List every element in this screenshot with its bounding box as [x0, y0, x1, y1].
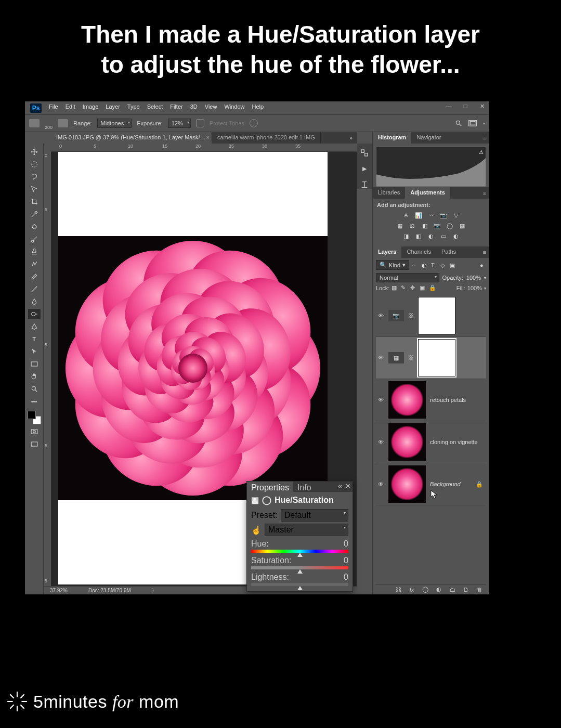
hue-value[interactable]: 0 — [344, 539, 348, 549]
lock-artboard-icon[interactable]: ▣ — [420, 284, 427, 292]
visibility-icon[interactable]: 👁 — [377, 439, 384, 445]
layer-row[interactable]: 👁 cloning on vignette — [376, 421, 486, 463]
filter-pixel-icon[interactable]: ▫ — [412, 262, 419, 268]
adj-levels-icon[interactable]: 📊 — [414, 211, 423, 219]
adj-colorbalance-icon[interactable]: ⚖ — [408, 222, 416, 230]
crop-tool-icon[interactable] — [28, 197, 41, 207]
doc-tab-inactive[interactable]: camellia warm iphone 2020 edit 1 IMG — [212, 132, 321, 144]
lock-all-icon[interactable]: 🔒 — [429, 284, 436, 292]
saturation-slider[interactable] — [251, 566, 348, 569]
adj-exposure-icon[interactable]: 📷 — [439, 211, 448, 219]
tab-adjustments[interactable]: Adjustments — [405, 187, 450, 199]
filter-kind-dropdown[interactable]: 🔍 Kind ▾ — [376, 260, 409, 270]
tabs-overflow-icon[interactable]: » — [345, 132, 357, 144]
tab-navigator[interactable]: Navigator — [411, 132, 446, 144]
zoom-tool-icon[interactable] — [28, 384, 41, 394]
new-group-icon[interactable]: 🗀 — [449, 587, 456, 593]
adj-invert-icon[interactable]: ◨ — [402, 232, 410, 240]
adj-huesat-icon[interactable]: ▦ — [396, 222, 404, 230]
opacity-caret-icon[interactable]: ▾ — [484, 276, 486, 280]
tab-layers[interactable]: Layers — [373, 246, 401, 258]
menu-image[interactable]: Image — [83, 103, 99, 110]
menu-type[interactable]: Type — [127, 103, 140, 110]
panel-menu-icon[interactable]: ≡ — [480, 187, 489, 199]
finger-tool-icon[interactable]: ☝ — [251, 525, 262, 535]
adj-posterize-icon[interactable]: ◧ — [414, 232, 423, 240]
brush-tool-icon[interactable] — [28, 234, 41, 244]
search-icon[interactable] — [455, 120, 462, 127]
history-brush-tool-icon[interactable] — [28, 259, 41, 269]
properties-panel[interactable]: Properties Info « × ▦ ◯ Hue/Saturation P… — [246, 481, 353, 592]
protect-tones-label[interactable]: Protect Tones — [210, 120, 244, 126]
screenmode-caret-icon[interactable]: ▾ — [483, 121, 485, 126]
filter-shape-icon[interactable]: ◇ — [440, 262, 447, 268]
lightness-slider[interactable] — [251, 583, 348, 586]
pressure-toggle-icon[interactable] — [250, 119, 258, 127]
screenmode-tool-icon[interactable] — [28, 439, 41, 449]
doc-info-caret-icon[interactable]: 〉 — [152, 587, 157, 594]
lasso-tool-icon[interactable] — [28, 172, 41, 182]
adj-curves-icon[interactable]: 〰 — [427, 211, 435, 219]
actions-panel-icon[interactable]: ▶ — [362, 165, 367, 172]
window-close-icon[interactable]: ✕ — [478, 103, 486, 110]
new-layer-icon[interactable]: 🗋 — [462, 587, 469, 593]
hue-slider[interactable] — [251, 550, 348, 553]
adj-vibrance-icon[interactable]: ▽ — [452, 211, 460, 219]
tab-close-icon[interactable]: × — [206, 134, 210, 140]
layer-thumb[interactable] — [388, 465, 426, 503]
tab-libraries[interactable]: Libraries — [373, 187, 405, 199]
lock-transparency-icon[interactable]: ▦ — [392, 284, 399, 292]
eyedropper-tool-icon[interactable] — [28, 209, 41, 219]
layer-thumb[interactable] — [388, 381, 426, 419]
delete-layer-icon[interactable]: 🗑 — [476, 587, 483, 593]
visibility-icon[interactable]: 👁 — [377, 481, 384, 487]
add-mask-icon[interactable]: ◯ — [422, 586, 429, 593]
layer-row[interactable]: 👁 retouch petals — [376, 379, 486, 421]
menu-help[interactable]: Help — [252, 103, 264, 110]
tab-properties[interactable]: Properties — [247, 482, 293, 492]
menu-3d[interactable]: 3D — [190, 103, 198, 110]
mask-thumb[interactable] — [418, 297, 455, 334]
airbrush-toggle-icon[interactable] — [196, 119, 204, 127]
link-layers-icon[interactable]: ⛓ — [395, 587, 402, 593]
adj-selectivecolor-icon[interactable]: ◐ — [452, 232, 460, 240]
eraser-tool-icon[interactable] — [28, 271, 41, 282]
history-panel-icon[interactable] — [360, 149, 369, 157]
quick-select-tool-icon[interactable] — [28, 184, 41, 194]
saturation-value[interactable]: 0 — [344, 556, 348, 565]
screenmode-icon[interactable] — [468, 120, 477, 126]
character-panel-icon[interactable] — [360, 180, 369, 189]
edit-toolbar-icon[interactable]: ••• — [28, 396, 41, 407]
stamp-tool-icon[interactable] — [28, 246, 41, 257]
layer-thumb[interactable] — [388, 423, 426, 461]
hand-tool-icon[interactable] — [28, 371, 41, 382]
channel-dropdown[interactable]: Master — [265, 524, 348, 536]
panel-menu-icon[interactable]: ≡ — [480, 246, 489, 258]
opacity-value[interactable]: 100% — [466, 275, 481, 281]
path-select-tool-icon[interactable] — [28, 346, 41, 357]
pen-tool-icon[interactable] — [28, 321, 41, 332]
doc-tab-active[interactable]: IMG 0103.JPG @ 37.9% (Hue/Saturation 1, … — [51, 132, 212, 144]
mask-thumb[interactable] — [418, 339, 455, 376]
adj-channelmixer-icon[interactable]: ◯ — [446, 222, 454, 230]
dodge-tool-icon[interactable] — [28, 309, 41, 319]
visibility-icon[interactable]: 👁 — [377, 313, 384, 319]
adj-colorlookup-icon[interactable]: ▦ — [458, 222, 466, 230]
layer-fx-icon[interactable]: fx — [408, 587, 415, 593]
blur-tool-icon[interactable] — [28, 296, 41, 307]
panel-collapse-icon[interactable]: « — [338, 482, 343, 492]
adj-gradientmap-icon[interactable]: ▭ — [439, 232, 448, 240]
fill-caret-icon[interactable]: ▾ — [484, 286, 486, 291]
adjustment-thumb[interactable]: ▦ — [388, 352, 404, 363]
lock-position-icon[interactable]: ✥ — [410, 284, 418, 292]
range-dropdown[interactable]: Midtones — [97, 119, 132, 128]
menu-window[interactable]: Window — [224, 103, 244, 110]
mask-link-icon[interactable]: ⛓ — [408, 355, 414, 361]
adj-photofilter-icon[interactable]: 📷 — [433, 222, 441, 230]
doc-info[interactable]: Doc: 23.5M/70.6M — [88, 588, 131, 593]
tab-histogram[interactable]: Histogram — [373, 132, 411, 144]
zoom-level[interactable]: 37.92% — [50, 588, 68, 593]
layer-name[interactable]: cloning on vignette — [430, 439, 478, 445]
adj-threshold-icon[interactable]: ◐ — [427, 232, 435, 240]
menu-layer[interactable]: Layer — [106, 103, 120, 110]
